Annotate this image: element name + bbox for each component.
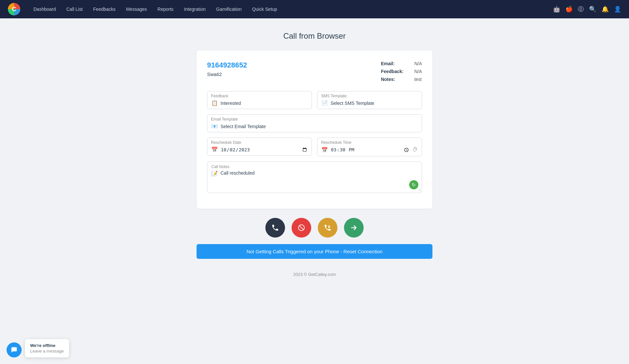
android-icon[interactable]: 🤖 bbox=[553, 6, 560, 13]
email-label: Email: bbox=[381, 61, 410, 66]
nav-messages[interactable]: Messages bbox=[121, 0, 152, 18]
email-icon: 📧 bbox=[211, 123, 218, 129]
email-value: N/A bbox=[414, 61, 422, 66]
feedback-select[interactable]: Interested bbox=[220, 101, 308, 106]
email-template-group: Email Template 📧 Select Email Template bbox=[207, 114, 422, 132]
hold-button[interactable] bbox=[318, 218, 337, 238]
chat-offline-subtitle: Leave a message bbox=[30, 349, 64, 354]
user-icon[interactable]: 👤 bbox=[614, 6, 621, 13]
svg-line-1 bbox=[299, 226, 303, 230]
calendar-icon: 📅 bbox=[211, 146, 218, 153]
form-row-3: Reschedule Date 📅 Reschedule Time 📅 ⏱ bbox=[207, 138, 422, 156]
call-notes-group: Call Notes 📝 Call rescheduled ↻ ⤡ bbox=[207, 162, 422, 193]
nav-gamification[interactable]: Gamification bbox=[211, 0, 247, 18]
nav-call-list[interactable]: Call List bbox=[61, 0, 88, 18]
notes-icon: 📝 bbox=[211, 170, 218, 177]
nav-integration[interactable]: Integration bbox=[179, 0, 211, 18]
feedback-group: Feedback 📋 Interested bbox=[207, 91, 312, 109]
reschedule-time-input[interactable] bbox=[331, 146, 410, 153]
call-notes-label: Call Notes bbox=[211, 164, 229, 169]
chat-offline-title: We're offline bbox=[30, 343, 64, 348]
feedback-value: N/A bbox=[414, 69, 422, 74]
nav-icons: 🤖 🍎 ⓪ 🔍 🔔 👤 bbox=[553, 5, 621, 13]
feedback-label: Feedback: bbox=[381, 69, 410, 74]
time-picker-icon: ⏱ bbox=[412, 147, 418, 153]
contact-name: Swati2 bbox=[207, 71, 247, 77]
call-notes-wrapper: Call Notes 📝 Call rescheduled ↻ ⤡ bbox=[207, 162, 422, 193]
clock-icon: 📅 bbox=[321, 147, 328, 153]
nav-quick-setup[interactable]: Quick Setup bbox=[247, 0, 282, 18]
nav-feedbacks[interactable]: Feedbacks bbox=[88, 0, 121, 18]
decline-button[interactable] bbox=[292, 218, 311, 238]
call-notes-textarea[interactable]: Call rescheduled bbox=[220, 170, 418, 190]
reschedule-time-wrapper[interactable]: 📅 ⏱ bbox=[317, 138, 422, 156]
chat-popup: We're offline Leave a message bbox=[25, 339, 69, 357]
textarea-icon-row: 📝 Call rescheduled bbox=[211, 170, 418, 190]
contact-card: 9164928652 Swati2 Email: N/A Feedback: N… bbox=[197, 50, 432, 209]
sms-template-wrapper[interactable]: 📄 Select SMS Template bbox=[317, 91, 422, 109]
contact-left: 9164928652 Swati2 bbox=[207, 61, 247, 82]
sms-icon: 📄 bbox=[321, 100, 328, 106]
form-row-4: Call Notes 📝 Call rescheduled ↻ ⤡ bbox=[207, 162, 422, 193]
reschedule-date-input[interactable] bbox=[220, 147, 308, 153]
notification-icon[interactable]: 🔔 bbox=[601, 6, 609, 13]
sms-template-select[interactable]: Select SMS Template bbox=[331, 101, 418, 106]
main-content: Call from Browser 9164928652 Swati2 Emai… bbox=[0, 18, 629, 297]
search-icon[interactable]: 🔍 bbox=[589, 6, 596, 13]
form-row-1: Feedback 📋 Interested SMS Template 📄 Sel… bbox=[207, 91, 422, 109]
notes-label: Notes: bbox=[381, 77, 410, 82]
feedback-field-wrapper[interactable]: 📋 Interested bbox=[207, 91, 312, 109]
action-buttons bbox=[265, 218, 364, 238]
nav-links: Dashboard Call List Feedbacks Messages R… bbox=[28, 0, 553, 18]
reschedule-time-group: Reschedule Time 📅 ⏱ bbox=[317, 138, 422, 156]
reschedule-date-wrapper[interactable]: 📅 bbox=[207, 138, 312, 156]
nav-reports[interactable]: Reports bbox=[152, 0, 179, 18]
navbar: C Dashboard Call List Feedbacks Messages… bbox=[0, 0, 629, 18]
nav-dashboard[interactable]: Dashboard bbox=[28, 0, 61, 18]
reset-connection-button[interactable]: Not Getting Calls Triggered on your Phon… bbox=[197, 244, 432, 259]
reschedule-date-group: Reschedule Date 📅 bbox=[207, 138, 312, 156]
forward-button[interactable] bbox=[344, 218, 364, 238]
refresh-notes-button[interactable]: ↻ bbox=[409, 180, 418, 189]
footer: 2023 © GetCalley.com bbox=[293, 272, 336, 277]
apple-icon[interactable]: 🍎 bbox=[565, 6, 573, 13]
logo-icon: C bbox=[8, 3, 20, 15]
contact-header: 9164928652 Swati2 Email: N/A Feedback: N… bbox=[207, 61, 422, 82]
form-row-2: Email Template 📧 Select Email Template bbox=[207, 114, 422, 132]
chat-widget: We're offline Leave a message bbox=[7, 339, 69, 357]
email-template-wrapper[interactable]: 📧 Select Email Template bbox=[207, 114, 422, 132]
sms-template-group: SMS Template 📄 Select SMS Template bbox=[317, 91, 422, 109]
feedback-icon: 📋 bbox=[211, 100, 218, 106]
logo[interactable]: C bbox=[8, 3, 20, 15]
chat-button[interactable] bbox=[7, 342, 22, 357]
help-icon[interactable]: ⓪ bbox=[578, 5, 584, 13]
call-button[interactable] bbox=[265, 218, 285, 238]
notes-value: test bbox=[414, 77, 422, 82]
contact-phone: 9164928652 bbox=[207, 61, 247, 69]
email-template-select[interactable]: Select Email Template bbox=[220, 124, 418, 129]
page-title: Call from Browser bbox=[283, 31, 346, 41]
footer-text: 2023 © GetCalley.com bbox=[293, 272, 336, 277]
contact-right: Email: N/A Feedback: N/A Notes: test bbox=[381, 61, 422, 82]
resize-handle: ⤡ bbox=[418, 188, 421, 192]
